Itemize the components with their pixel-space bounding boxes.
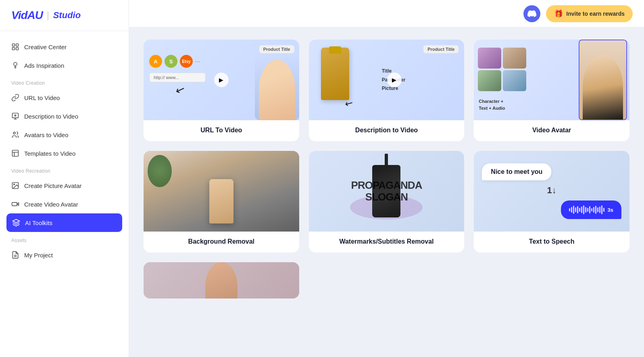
wm-text-line2: SLOGAN (351, 191, 422, 203)
tts-bar-16 (599, 207, 600, 213)
picture-avatar-icon (11, 182, 19, 190)
avatars-icon (11, 131, 19, 139)
card-url-to-video[interactable]: Product Title A S Etsy ··· http:// www..… (144, 40, 299, 141)
card-text-to-speech[interactable]: Nice to meet you 1↓ (474, 151, 629, 253)
sidebar-item-description-to-video[interactable]: Description to Video (0, 107, 129, 125)
sidebar-label-create-picture-avatar: Create Picture Avatar (24, 182, 81, 189)
tts-bar-5 (577, 206, 578, 213)
card-text-to-speech-label: Text to Speech (474, 232, 629, 253)
svg-point-7 (13, 132, 15, 134)
card-background-removal[interactable]: Background Removal (144, 151, 299, 253)
card-desc-to-video-image: Product Title Title Parameter Picture ↙ … (309, 40, 465, 120)
svg-rect-8 (13, 150, 19, 157)
tts-bar-11 (589, 206, 590, 213)
etsy-logo: Etsy (180, 55, 193, 68)
desc-perfume-bottle (321, 48, 349, 100)
logo-studio: Studio (53, 10, 81, 21)
url-avatar (255, 56, 299, 120)
url-product-title: Product Title (259, 45, 294, 53)
tts-bar-13 (593, 207, 594, 213)
sidebar-label-description-to-video: Description to Video (24, 113, 78, 120)
bulb-icon (11, 61, 19, 69)
topbar: 🎁 Invite to earn rewards (129, 0, 644, 27)
description-video-icon (11, 112, 19, 120)
tts-bar-15 (597, 207, 598, 212)
card-video-avatar[interactable]: Product Title Character +Text + Audio (474, 40, 629, 141)
cards-grid: Product Title A S Etsy ··· http:// www..… (144, 40, 629, 299)
tts-bar-1 (569, 208, 570, 211)
card-url-to-video-label: URL To Video (144, 120, 299, 141)
card-watermarks-removal[interactable]: PROPAGANDA SLOGAN Watermarks/Subtitles R… (309, 151, 465, 253)
va-photo-4 (503, 70, 526, 91)
sidebar-label-my-project: My Project (24, 252, 53, 259)
sidebar-label-ads-inspiration: Ads Inspiration (24, 62, 64, 69)
tts-bar-14 (595, 206, 596, 214)
more-dots: ··· (195, 58, 200, 65)
card-tts-image: Nice to meet you 1↓ (474, 151, 629, 232)
wm-text-overlay: PROPAGANDA SLOGAN (351, 180, 422, 203)
tts-bar-6 (579, 208, 580, 212)
sidebar-item-creative-center[interactable]: Creative Center (0, 38, 129, 56)
tts-bar-2 (571, 207, 572, 213)
url-input-display: http:// www... (149, 73, 206, 82)
va-avatar-frame (579, 40, 627, 120)
tts-waveform (569, 205, 604, 214)
va-photo-3 (478, 70, 501, 91)
svg-rect-3 (16, 48, 19, 50)
wm-card-content: PROPAGANDA SLOGAN (309, 151, 465, 232)
card-description-to-video[interactable]: Product Title Title Parameter Picture ↙ … (309, 40, 465, 141)
wm-dropper (385, 154, 388, 166)
amazon-logo: A (149, 55, 162, 68)
url-arrow: ↙ (174, 82, 187, 98)
card-video-avatar-image: Product Title Character +Text + Audio (474, 40, 629, 120)
discord-button[interactable] (523, 5, 540, 22)
tts-bar-10 (587, 208, 588, 212)
card-description-to-video-label: Description to Video (309, 120, 465, 141)
sidebar-nav: Creative Center Ads Inspiration Video Cr… (0, 31, 129, 357)
bg-plant (148, 155, 172, 187)
sidebar-item-ads-inspiration[interactable]: Ads Inspiration (0, 56, 129, 75)
va-photo-1 (478, 48, 501, 69)
video-avatar-icon (11, 200, 19, 208)
sidebar-label-create-video-avatar: Create Video Avatar (24, 201, 78, 208)
tts-timer: 1↓ (547, 185, 556, 196)
logo-vidau: VidAU (11, 9, 43, 22)
sidebar-label-avatars-to-video: Avatars to Video (24, 132, 69, 138)
tts-bar-4 (575, 207, 576, 212)
card-partial-image (144, 262, 299, 299)
sidebar-item-create-picture-avatar[interactable]: Create Picture Avatar (0, 176, 129, 195)
tts-card-content: Nice to meet you 1↓ (474, 151, 629, 232)
desc-product-title: Product Title (423, 45, 459, 53)
tts-bar-8 (583, 205, 584, 214)
va-card-content: Product Title Character +Text + Audio (474, 40, 629, 120)
sidebar-label-ai-toolkits: AI Toolkits (25, 219, 52, 226)
invite-button[interactable]: 🎁 Invite to earn rewards (546, 5, 633, 22)
tts-bubble-blue: 3s (561, 200, 621, 219)
card-url-to-video-image: Product Title A S Etsy ··· http:// www..… (144, 40, 299, 120)
partial-figure (205, 262, 238, 299)
sidebar-label-templates-to-video: Templates to Video (24, 150, 75, 157)
ai-toolkits-icon (12, 219, 20, 227)
section-label-video-recreation: Video Recreation (0, 163, 129, 176)
wm-text-line1: PROPAGANDA (351, 180, 422, 191)
avatar-silhouette (259, 60, 295, 120)
sidebar-item-templates-to-video[interactable]: Templates to Video (0, 144, 129, 163)
tts-bar-3 (573, 206, 574, 214)
sidebar-item-avatars-to-video[interactable]: Avatars to Video (0, 125, 129, 144)
desc-perfume-cap (329, 46, 341, 54)
card-bg-removal-image (144, 151, 299, 232)
sidebar-item-create-video-avatar[interactable]: Create Video Avatar (0, 195, 129, 213)
sidebar-item-my-project[interactable]: My Project (0, 246, 129, 264)
project-icon (11, 251, 19, 259)
logo-area: VidAU | Studio (0, 0, 129, 31)
card-partial-bottom[interactable] (144, 262, 299, 299)
tts-bar-17 (601, 205, 602, 214)
va-photos-grid (478, 48, 530, 91)
tts-bar-18 (603, 208, 604, 212)
sidebar-item-url-to-video[interactable]: URL to Video (0, 88, 129, 107)
sidebar-item-ai-toolkits[interactable]: AI Toolkits (6, 213, 122, 232)
play-button-desc: ▶ (387, 73, 402, 87)
section-label-assets: Assets (0, 232, 129, 246)
template-icon (11, 149, 19, 157)
va-avatar-figure (583, 55, 623, 119)
